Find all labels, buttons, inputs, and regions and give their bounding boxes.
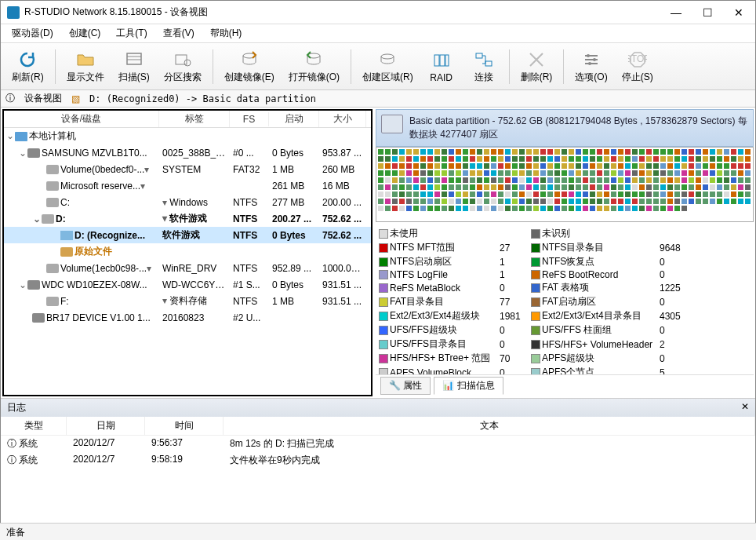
svg-rect-9 <box>440 55 445 66</box>
menu-tools[interactable]: 工具(T) <box>110 25 153 42</box>
menu-create[interactable]: 创建(C) <box>63 25 107 42</box>
menu-bar: 驱动器(D) 创建(C) 工具(T) 查看(V) 帮助(H) <box>1 24 755 43</box>
raid-button[interactable]: RAID <box>421 49 462 85</box>
log-header: 日志 ✕ <box>1 399 755 417</box>
menu-help[interactable]: 帮助(H) <box>204 25 249 42</box>
folder-icon <box>75 49 96 71</box>
log-col-text[interactable]: 文本 <box>224 417 755 435</box>
svg-point-18 <box>588 62 591 65</box>
connect-icon <box>473 49 495 71</box>
log-body: ⓘ 系统2020/12/79:56:378m 12s 的 D: 扫描已完成ⓘ 系… <box>1 436 755 483</box>
svg-text:STOP: STOP <box>628 53 647 64</box>
menu-drives[interactable]: 驱动器(D) <box>5 25 60 42</box>
window-title: R-STUDIO Network 8.15.180015 - 设备视图 <box>24 5 666 19</box>
hdd-icon <box>381 115 403 133</box>
col-label[interactable]: 标签 <box>159 111 230 127</box>
tree-raw-files[interactable]: 原始文件 <box>4 243 371 260</box>
open-image-icon <box>303 49 325 71</box>
tree-d-recognized[interactable]: D: (Recognize...软件游戏NTFS0 Bytes752.62 ..… <box>4 227 371 243</box>
svg-point-16 <box>587 54 590 57</box>
breadcrumb-device-view[interactable]: 设备视图 <box>20 91 67 106</box>
status-text: 准备 <box>6 527 25 538</box>
show-files-button[interactable]: 显示文件 <box>60 47 111 86</box>
scan-info-text: Basic data partition - 752.62 GB (808121… <box>409 115 748 141</box>
rec-icon: ▧ <box>71 93 80 104</box>
tab-properties[interactable]: 🔧 属性 <box>380 377 431 395</box>
col-size[interactable]: 大小 <box>319 111 366 127</box>
region-icon <box>376 49 398 71</box>
tab-scan-info[interactable]: 📊 扫描信息 <box>434 377 503 395</box>
svg-rect-11 <box>476 53 482 58</box>
col-boot[interactable]: 启动 <box>269 111 319 127</box>
status-bar: 准备 <box>0 523 756 540</box>
scan-info-panel: Basic data partition - 752.62 GB (808121… <box>374 108 755 398</box>
svg-point-7 <box>381 54 394 59</box>
info-icon: ⓘ <box>5 92 15 105</box>
svg-point-4 <box>184 60 191 66</box>
breadcrumb-path[interactable]: D: (Recognized0) -> Basic data partition <box>85 93 321 105</box>
delete-icon <box>525 49 547 71</box>
log-col-type[interactable]: 类型 <box>1 417 67 435</box>
tree-msr[interactable]: Microsoft reserve...▾261 MB16 MB <box>4 177 371 194</box>
options-button[interactable]: 选项(O) <box>569 47 613 86</box>
log-panel: 日志 ✕ 类型 日期 时间 文本 ⓘ 系统2020/12/79:56:378m … <box>1 398 755 483</box>
tree-root[interactable]: ⌄本地计算机 <box>4 128 371 144</box>
svg-rect-3 <box>176 55 187 64</box>
options-icon <box>580 49 602 71</box>
col-device[interactable]: 设备/磁盘 <box>4 111 159 127</box>
scan-button[interactable]: 扫描(S) <box>112 47 156 86</box>
stop-button[interactable]: STOP停止(S) <box>616 47 660 86</box>
maximize-button[interactable]: ☐ <box>697 6 718 19</box>
log-title: 日志 <box>7 401 26 414</box>
scan-legend: 未使用未识别NTFS MFT范围27NTFS目录条目9648NTFS启动扇区1N… <box>376 222 754 374</box>
tree-d[interactable]: ⌄D:▾ 软件游戏NTFS200.27 ...752.62 ... <box>4 210 371 227</box>
open-image-button[interactable]: 打开镜像(O) <box>282 47 346 86</box>
tree-br17[interactable]: BR17 DEVICE V1.00 1...20160823#2 U... <box>4 309 371 326</box>
svg-rect-12 <box>485 61 492 66</box>
svg-rect-0 <box>127 53 141 64</box>
create-region-button[interactable]: 创建区域(R) <box>356 47 420 86</box>
log-close-button[interactable]: ✕ <box>741 401 749 414</box>
log-row[interactable]: ⓘ 系统2020/12/79:58:19文件枚举在9秒内完成 <box>1 452 755 469</box>
log-col-date[interactable]: 日期 <box>67 417 145 435</box>
scan-info-header: Basic data partition - 752.62 GB (808121… <box>376 109 754 147</box>
col-fs[interactable]: FS <box>230 112 269 126</box>
delete-button[interactable]: 删除(R) <box>514 47 559 86</box>
menu-view[interactable]: 查看(V) <box>157 25 201 42</box>
svg-point-17 <box>593 58 596 61</box>
device-tree-panel: 设备/磁盘 标签 FS 启动 大小 ⌄本地计算机 ⌄SAMSUNG MZVLB1… <box>2 109 373 396</box>
bottom-tabs: 🔧 属性 📊 扫描信息 <box>376 374 754 396</box>
app-icon <box>7 6 20 19</box>
tree-vol0[interactable]: Volume(0bedecf0-...▾SYSTEMFAT321 MB260 M… <box>4 161 371 177</box>
connect-button[interactable]: 连接 <box>463 47 504 86</box>
refresh-icon <box>16 49 38 71</box>
breadcrumb: ⓘ 设备视图 ▧ D: (Recognized0) -> Basic data … <box>1 90 755 108</box>
tree-f[interactable]: F:▾ 资料存储NTFS1 MB931.51 ... <box>4 293 371 309</box>
log-row[interactable]: ⓘ 系统2020/12/79:56:378m 12s 的 D: 扫描已完成 <box>1 436 755 452</box>
tree-samsung[interactable]: ⌄SAMSUNG MZVLB1T0...0025_388B_9...#0 ...… <box>4 144 371 161</box>
scan-map[interactable] <box>376 147 754 222</box>
title-bar: R-STUDIO Network 8.15.180015 - 设备视图 — ☐ … <box>1 1 755 24</box>
svg-rect-8 <box>434 55 439 66</box>
scan-icon <box>123 49 145 71</box>
minimize-button[interactable]: — <box>666 6 686 19</box>
create-image-icon <box>238 49 260 71</box>
refresh-button[interactable]: 刷新(R) <box>5 47 50 86</box>
stop-icon: STOP <box>627 49 649 71</box>
tree-vol1[interactable]: Volume(1ecb0c98-...▾WinRE_DRVNTFS952.89 … <box>4 260 371 276</box>
region-search-button[interactable]: 分区搜索 <box>158 47 208 86</box>
tree-header: 设备/磁盘 标签 FS 启动 大小 <box>4 111 371 128</box>
raid-icon <box>431 50 453 72</box>
log-columns: 类型 日期 时间 文本 <box>1 417 755 436</box>
svg-rect-10 <box>445 55 449 66</box>
toolbar: 刷新(R) 显示文件 扫描(S) 分区搜索 创建镜像(E) 打开镜像(O) 创建… <box>1 43 755 90</box>
search-partition-icon <box>172 49 194 71</box>
tree-c[interactable]: C:▾ WindowsNTFS277 MB200.00 ... <box>4 194 371 210</box>
log-col-time[interactable]: 时间 <box>145 417 224 435</box>
close-button[interactable]: ✕ <box>729 6 749 19</box>
tree-wdc[interactable]: ⌄WDC WD10EZEX-08W...WD-WCC6Y6...#1 S...0… <box>4 276 371 293</box>
create-image-button[interactable]: 创建镜像(E) <box>218 47 281 86</box>
